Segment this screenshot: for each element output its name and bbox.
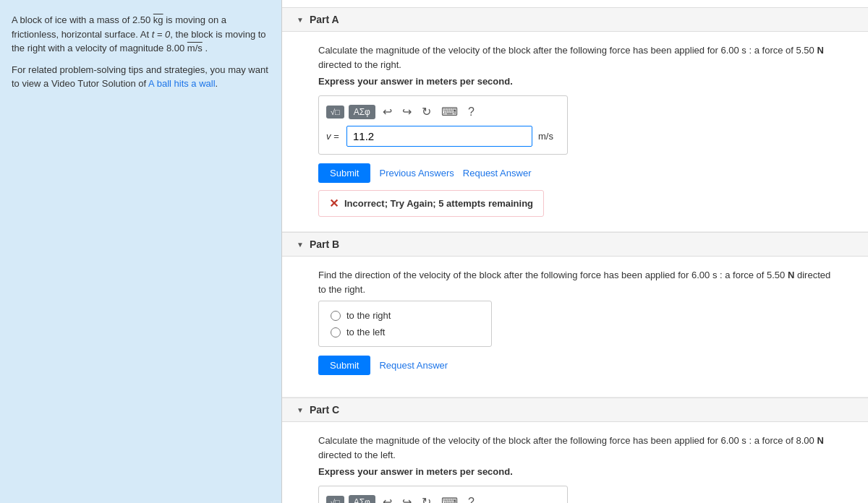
- refresh-icon-c: ↻: [422, 496, 431, 503]
- part-a-answer-box: √□ ΑΣφ ↩ ↪ ↻ ⌨: [318, 95, 568, 155]
- part-b-header[interactable]: ▼ Part B: [282, 232, 868, 257]
- part-a-request-answer-link[interactable]: Request Answer: [463, 168, 532, 179]
- refresh-button[interactable]: ↻: [419, 103, 434, 120]
- radio-left[interactable]: [331, 327, 341, 338]
- undo-icon-c: ↩: [383, 496, 392, 503]
- label-left[interactable]: to the left: [346, 327, 385, 338]
- help-icon-c: ?: [468, 496, 475, 504]
- refresh-button-c[interactable]: ↻: [419, 494, 434, 503]
- greek-button[interactable]: ΑΣφ: [349, 105, 375, 119]
- part-c-header[interactable]: ▼ Part C: [282, 397, 868, 422]
- part-b-label: Part B: [310, 238, 339, 250]
- keyboard-button-c[interactable]: ⌨: [438, 494, 461, 503]
- part-a-prev-answers-link[interactable]: Previous Answers: [379, 168, 454, 179]
- part-a-unit: m/s: [538, 131, 560, 142]
- part-b-section: ▼ Part B Find the direction of the veloc…: [282, 232, 868, 397]
- part-c-toolbar: √□ ΑΣφ ↩ ↪ ↻ ⌨: [326, 494, 560, 503]
- part-c-section: ▼ Part C Calculate the magnitude of the …: [282, 397, 868, 503]
- part-c-content: Calculate the magnitude of the velocity …: [282, 422, 868, 503]
- refresh-icon: ↻: [422, 106, 431, 118]
- main-content: ▼ Part A Calculate the magnitude of the …: [282, 0, 868, 503]
- undo-icon: ↩: [383, 106, 392, 118]
- video-link[interactable]: A ball hits a wall: [148, 78, 216, 89]
- part-b-request-answer-link[interactable]: Request Answer: [379, 360, 448, 371]
- formula-icon: √□: [331, 108, 340, 116]
- part-b-question: Find the direction of the velocity of th…: [318, 268, 832, 296]
- undo-button[interactable]: ↩: [380, 103, 395, 120]
- part-a-input-row: v = m/s: [326, 126, 560, 147]
- part-a-section: ▼ Part A Calculate the magnitude of the …: [282, 7, 868, 232]
- redo-icon-c: ↪: [402, 496, 412, 503]
- part-b-content: Find the direction of the velocity of th…: [282, 257, 868, 397]
- part-b-options: to the right to the left: [318, 301, 492, 347]
- option-left: to the left: [331, 327, 480, 338]
- redo-icon: ↪: [402, 106, 412, 118]
- feedback-text: Incorrect; Try Again; 5 attempts remaini…: [344, 198, 533, 209]
- part-c-label: Part C: [310, 404, 339, 416]
- keyboard-button[interactable]: ⌨: [438, 103, 461, 120]
- greek-icon: ΑΣφ: [354, 107, 370, 117]
- greek-button-c[interactable]: ΑΣφ: [349, 495, 375, 504]
- help-button-c[interactable]: ?: [465, 494, 477, 504]
- tips-text: For related problem-solving tips and str…: [12, 63, 270, 91]
- label-right[interactable]: to the right: [346, 310, 391, 321]
- part-a-express: Express your answer in meters per second…: [318, 76, 832, 87]
- formula-button-c[interactable]: √□: [326, 496, 344, 504]
- radio-right[interactable]: [331, 311, 341, 321]
- help-button-a[interactable]: ?: [465, 104, 477, 120]
- help-icon: ?: [468, 106, 475, 118]
- redo-button-c[interactable]: ↪: [399, 494, 414, 503]
- part-a-question: Calculate the magnitude of the velocity …: [318, 43, 832, 72]
- part-a-toolbar: √□ ΑΣφ ↩ ↪ ↻ ⌨: [326, 103, 560, 120]
- part-b-action-row: Submit Request Answer: [318, 356, 832, 375]
- part-b-arrow: ▼: [297, 241, 304, 249]
- part-a-feedback: ✕ Incorrect; Try Again; 5 attempts remai…: [318, 190, 544, 217]
- part-a-input[interactable]: [346, 126, 532, 147]
- keyboard-icon: ⌨: [441, 106, 458, 118]
- part-a-label: Part A: [310, 14, 339, 25]
- part-a-content: Calculate the magnitude of the velocity …: [282, 32, 868, 232]
- part-a-input-label: v =: [326, 131, 341, 142]
- problem-sidebar: A block of ice with a mass of 2.50 kg is…: [0, 0, 282, 503]
- problem-description: A block of ice with a mass of 2.50 kg is…: [12, 13, 270, 56]
- part-a-action-row: Submit Previous Answers Request Answer: [318, 163, 832, 183]
- greek-icon-c: ΑΣφ: [354, 497, 370, 504]
- part-a-arrow: ▼: [297, 16, 304, 24]
- option-right: to the right: [331, 310, 480, 321]
- formula-button[interactable]: √□: [326, 106, 344, 119]
- part-a-submit-button[interactable]: Submit: [318, 163, 370, 183]
- formula-icon-c: √□: [331, 498, 340, 504]
- part-c-arrow: ▼: [297, 406, 304, 414]
- part-c-question: Calculate the magnitude of the velocity …: [318, 434, 832, 462]
- part-c-express: Express your answer in meters per second…: [318, 466, 832, 477]
- part-b-submit-button[interactable]: Submit: [318, 356, 370, 375]
- part-a-header[interactable]: ▼ Part A: [282, 7, 868, 32]
- keyboard-icon-c: ⌨: [441, 496, 458, 503]
- redo-button[interactable]: ↪: [399, 103, 414, 120]
- incorrect-icon: ✕: [329, 197, 339, 210]
- undo-button-c[interactable]: ↩: [380, 494, 395, 503]
- part-c-answer-box: √□ ΑΣφ ↩ ↪ ↻ ⌨: [318, 486, 568, 503]
